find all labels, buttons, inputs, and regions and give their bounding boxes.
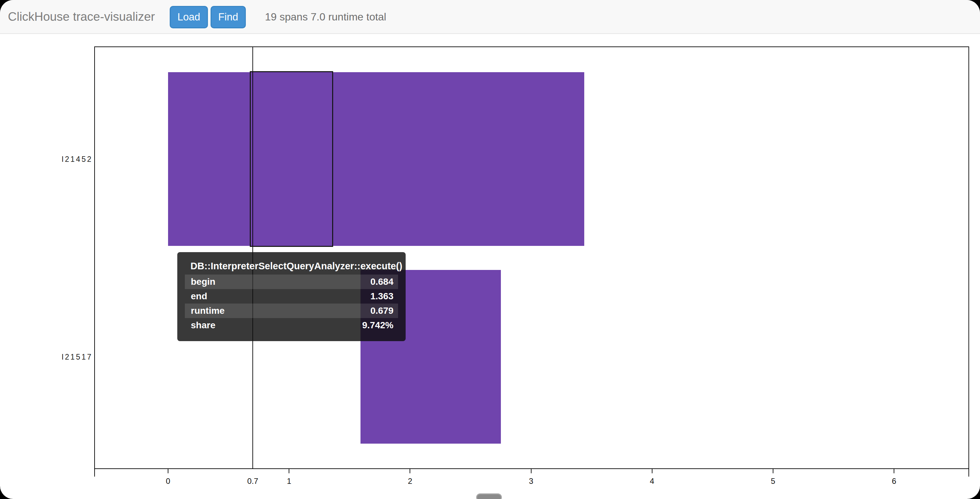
tooltip-value: 0.684	[371, 277, 393, 287]
cursor-tick-label: 0.7	[240, 477, 266, 486]
app-header: ClickHouse trace-visualizer Load Find 19…	[0, 0, 980, 34]
load-button[interactable]: Load	[170, 6, 208, 28]
x-axis-tick-label: 4	[639, 477, 665, 486]
x-axis-tick	[531, 469, 531, 473]
x-axis-tick-label: 6	[881, 477, 907, 486]
y-axis-thread-label: I21452	[0, 154, 92, 164]
span-bar[interactable]	[168, 72, 584, 246]
tooltip-row-runtime: runtime 0.679	[185, 304, 398, 318]
x-axis-tick	[410, 469, 410, 473]
tooltip-span-name: DB::InterpreterSelectQueryAnalyzer::exec…	[191, 261, 402, 272]
tooltip-rows: begin 0.684 end 1.363 runtime 0.679 shar…	[185, 274, 398, 333]
trace-chart[interactable]: DB::InterpreterSelectQueryAnalyzer::exec…	[0, 0, 980, 499]
page-title: ClickHouse trace-visualizer	[8, 10, 155, 24]
tooltip-value: 9.742%	[362, 320, 393, 331]
hovered-span-outline[interactable]	[250, 71, 333, 247]
find-button[interactable]: Find	[210, 6, 246, 28]
x-axis-tick	[289, 469, 290, 473]
y-axis-thread-label: I21517	[0, 352, 92, 362]
tooltip-row-share: share 9.742%	[185, 318, 398, 333]
x-axis-tick-label: 1	[276, 477, 302, 486]
tooltip-row-end: end 1.363	[185, 289, 398, 304]
tooltip-label: runtime	[191, 306, 225, 316]
tooltip-label: begin	[191, 277, 215, 287]
horizontal-scrollbar-thumb[interactable]	[476, 493, 502, 499]
tooltip-label: end	[191, 291, 207, 301]
status-text: 19 spans 7.0 runtime total	[265, 11, 386, 23]
span-tooltip: DB::InterpreterSelectQueryAnalyzer::exec…	[177, 252, 406, 341]
axis-outer-tick	[969, 469, 969, 477]
tooltip-value: 0.679	[371, 306, 393, 316]
x-axis-tick	[168, 469, 169, 473]
x-axis-tick	[652, 469, 652, 473]
app-window: ClickHouse trace-visualizer Load Find 19…	[0, 0, 980, 499]
tooltip-label: share	[191, 320, 215, 331]
x-axis-tick-label: 0	[155, 477, 181, 486]
axis-outer-tick	[94, 469, 95, 477]
tooltip-row-begin: begin 0.684	[185, 274, 398, 289]
x-axis-tick	[773, 469, 773, 473]
x-axis-tick-label: 5	[760, 477, 786, 486]
tooltip-value: 1.363	[371, 291, 393, 301]
x-axis-tick-label: 2	[397, 477, 423, 486]
x-axis-tick-label: 3	[518, 477, 544, 486]
x-axis-tick	[894, 469, 894, 473]
